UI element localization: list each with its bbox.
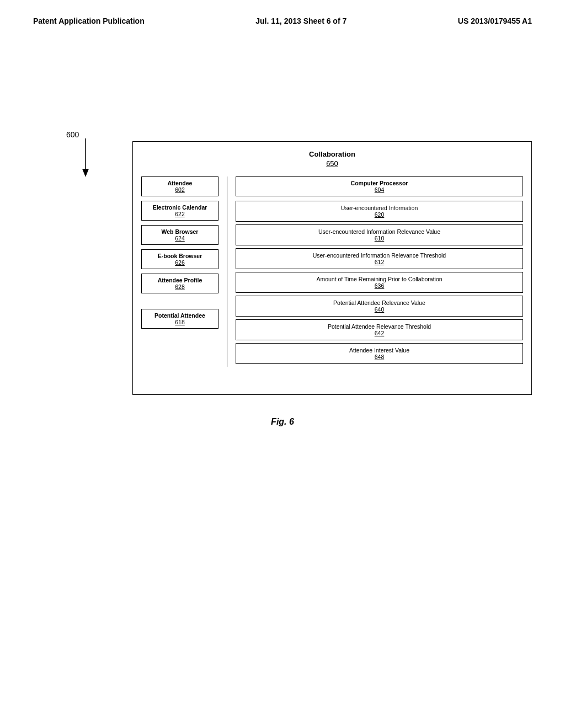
web-browser-label: Web Browser bbox=[162, 228, 199, 235]
diagram-area: 600 Collaboration 650 Attendee 602 Elect… bbox=[0, 130, 565, 438]
data-box-attendee-interest-value: Attendee Interest Value 648 bbox=[236, 343, 523, 364]
potential-attendee-ref: 618 bbox=[146, 319, 214, 325]
left-box-attendee: Attendee 602 bbox=[141, 176, 218, 196]
collaboration-label: Collaboration bbox=[141, 150, 523, 158]
left-box-potential-attendee-wrapper: Potential Attendee 618 bbox=[141, 309, 218, 329]
ebook-browser-label: E-book Browser bbox=[158, 253, 202, 259]
right-column: Computer Processor 604 User-encountered … bbox=[236, 176, 523, 367]
attendee-interest-value-label: Attendee Interest Value bbox=[349, 347, 409, 354]
attendee-profile-ref: 628 bbox=[146, 283, 214, 290]
potential-attendee-relevance-value-label: Potential Attendee Relevance Value bbox=[333, 299, 425, 306]
user-info-relevance-threshold-label: User-encountered Information Relevance T… bbox=[313, 252, 446, 259]
data-box-user-info-relevance-value: User-encountered Information Relevance V… bbox=[236, 224, 523, 245]
arrow-icon bbox=[72, 138, 99, 177]
potential-attendee-relevance-value-ref: 640 bbox=[241, 306, 518, 313]
processor-ref: 604 bbox=[241, 186, 518, 193]
user-info-label: User-encountered Information bbox=[341, 205, 418, 211]
fig-label: Fig. 6 bbox=[33, 417, 532, 427]
processor-box: Computer Processor 604 bbox=[236, 176, 523, 196]
attendee-profile-label: Attendee Profile bbox=[158, 277, 202, 283]
attendee-ref: 602 bbox=[146, 186, 214, 193]
header-left: Patent Application Publication bbox=[33, 17, 145, 25]
page-header: Patent Application Publication Jul. 11, … bbox=[0, 0, 565, 31]
inner-layout: Attendee 602 Electronic Calendar 622 Web… bbox=[141, 176, 523, 367]
user-info-relevance-threshold-ref: 612 bbox=[241, 259, 518, 265]
data-box-user-info: User-encountered Information 620 bbox=[236, 201, 523, 222]
attendee-label: Attendee bbox=[168, 180, 193, 186]
left-box-web-browser: Web Browser 624 bbox=[141, 225, 218, 245]
electronic-calendar-label: Electronic Calendar bbox=[153, 204, 207, 211]
ebook-browser-ref: 626 bbox=[146, 259, 214, 266]
left-box-electronic-calendar: Electronic Calendar 622 bbox=[141, 201, 218, 221]
user-info-relevance-value-ref: 610 bbox=[241, 235, 518, 242]
data-box-potential-attendee-relevance-threshold: Potential Attendee Relevance Threshold 6… bbox=[236, 319, 523, 340]
header-right: US 2013/0179455 A1 bbox=[458, 17, 532, 25]
header-center: Jul. 11, 2013 Sheet 6 of 7 bbox=[255, 17, 347, 25]
web-browser-ref: 624 bbox=[146, 235, 214, 242]
potential-attendee-label: Potential Attendee bbox=[154, 312, 205, 319]
connector-vertical-line bbox=[227, 176, 227, 367]
processor-label: Computer Processor bbox=[351, 180, 408, 186]
attendee-interest-value-ref: 648 bbox=[241, 354, 518, 360]
electronic-calendar-ref: 622 bbox=[146, 211, 214, 217]
main-collaboration-box: Collaboration 650 Attendee 602 Electroni… bbox=[132, 141, 532, 395]
user-info-ref: 620 bbox=[241, 211, 518, 218]
time-remaining-ref: 636 bbox=[241, 282, 518, 289]
data-box-time-remaining: Amount of Time Remaining Prior to Collab… bbox=[236, 272, 523, 293]
left-box-potential-attendee: Potential Attendee 618 bbox=[141, 309, 218, 329]
collaboration-title: Collaboration 650 bbox=[141, 150, 523, 168]
left-box-attendee-profile: Attendee Profile 628 bbox=[141, 274, 218, 293]
data-box-potential-attendee-relevance-value: Potential Attendee Relevance Value 640 bbox=[236, 296, 523, 317]
reference-number: 600 bbox=[66, 130, 79, 139]
svg-marker-1 bbox=[82, 169, 89, 177]
data-box-user-info-relevance-threshold: User-encountered Information Relevance T… bbox=[236, 248, 523, 269]
user-info-relevance-value-label: User-encountered Information Relevance V… bbox=[318, 228, 440, 235]
left-box-ebook-browser: E-book Browser 626 bbox=[141, 249, 218, 269]
collaboration-ref: 650 bbox=[326, 159, 338, 168]
potential-attendee-relevance-threshold-label: Potential Attendee Relevance Threshold bbox=[328, 323, 431, 330]
time-remaining-label: Amount of Time Remaining Prior to Collab… bbox=[316, 276, 442, 282]
potential-attendee-relevance-threshold-ref: 642 bbox=[241, 330, 518, 336]
left-column: Attendee 602 Electronic Calendar 622 Web… bbox=[141, 176, 218, 367]
